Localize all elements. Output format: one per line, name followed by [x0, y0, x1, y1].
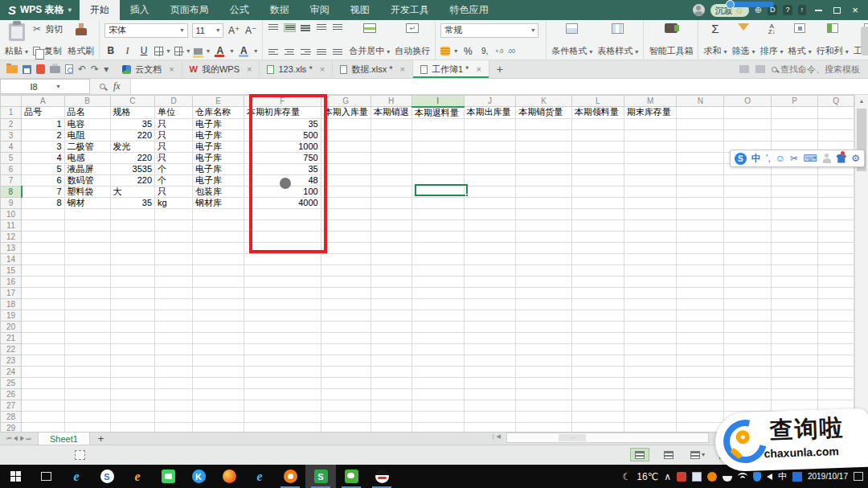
- cell-G4[interactable]: [321, 141, 371, 152]
- cell-M23[interactable]: [624, 355, 677, 366]
- cell-P3[interactable]: [772, 129, 818, 141]
- cell-I4[interactable]: [411, 141, 464, 152]
- row-header-20[interactable]: 20: [1, 321, 22, 332]
- cell-C20[interactable]: [110, 321, 155, 332]
- cell-B17[interactable]: [64, 287, 110, 298]
- cell-C15[interactable]: [110, 265, 155, 276]
- cell-N18[interactable]: [677, 298, 724, 310]
- cell-H18[interactable]: [371, 298, 411, 310]
- cell-G2[interactable]: [321, 118, 371, 129]
- cell-N5[interactable]: [677, 152, 724, 163]
- cell-O22[interactable]: [724, 343, 772, 355]
- row-header-9[interactable]: 9: [1, 197, 22, 208]
- cell-H5[interactable]: [371, 152, 411, 163]
- cell-A27[interactable]: [22, 400, 64, 411]
- cell-A4[interactable]: 3: [22, 141, 64, 152]
- cell-M14[interactable]: [624, 253, 677, 265]
- cell-G15[interactable]: [321, 265, 371, 276]
- cell-A15[interactable]: [22, 265, 64, 276]
- cell-Q15[interactable]: [818, 265, 854, 276]
- doc-tab-4[interactable]: 数据.xlsx *×: [333, 60, 413, 78]
- cell-I14[interactable]: [411, 253, 464, 265]
- cell-L12[interactable]: [571, 231, 624, 242]
- cell-B9[interactable]: 钢材: [64, 197, 110, 208]
- fx-icon[interactable]: fx: [113, 80, 121, 92]
- row-header-7[interactable]: 7: [1, 174, 22, 186]
- cell-I24[interactable]: [411, 366, 464, 377]
- cell-G11[interactable]: [321, 219, 371, 231]
- cell-K13[interactable]: [516, 242, 572, 253]
- row-header-3[interactable]: 3: [1, 129, 22, 141]
- cell-Q26[interactable]: [818, 388, 854, 400]
- cell-G21[interactable]: [321, 332, 371, 343]
- cell-N13[interactable]: [677, 242, 724, 253]
- cell-E26[interactable]: [192, 388, 244, 400]
- cell-E2[interactable]: 电子库: [192, 118, 244, 129]
- cell-A19[interactable]: [22, 310, 64, 321]
- cell-J14[interactable]: [464, 253, 516, 265]
- close-tab-icon[interactable]: ×: [399, 64, 404, 74]
- cell-I28[interactable]: [411, 411, 464, 422]
- cell-M9[interactable]: [624, 197, 677, 208]
- close-tab-icon[interactable]: ×: [169, 64, 174, 74]
- cell-M21[interactable]: [624, 332, 677, 343]
- decrease-indent-button[interactable]: [316, 23, 328, 32]
- cell-E4[interactable]: 电子库: [192, 141, 244, 152]
- cell-G12[interactable]: [321, 231, 371, 242]
- cell-O23[interactable]: [724, 355, 772, 366]
- cell-J1[interactable]: 本期出库量: [464, 107, 516, 119]
- cell-J9[interactable]: [464, 197, 516, 208]
- merge-center-button[interactable]: 合并居中 ▾: [349, 23, 390, 57]
- cell-D6[interactable]: 个: [155, 163, 193, 174]
- browser-e-taskbar-button[interactable]: e: [244, 465, 275, 488]
- cell-E5[interactable]: 电子库: [192, 152, 244, 163]
- cell-D11[interactable]: [155, 219, 193, 231]
- export-pdf-icon[interactable]: [36, 64, 45, 74]
- cell-L25[interactable]: [571, 377, 624, 388]
- row-header-25[interactable]: 25: [1, 377, 22, 388]
- page-layout-view-button[interactable]: [659, 448, 678, 461]
- ie-browser-taskbar-button[interactable]: e: [61, 465, 92, 488]
- cell-K9[interactable]: [516, 197, 572, 208]
- cell-K19[interactable]: [516, 310, 572, 321]
- cell-N22[interactable]: [677, 343, 724, 355]
- cell-K25[interactable]: [516, 377, 572, 388]
- scroll-up-icon[interactable]: ▲: [855, 95, 868, 107]
- sheet-nav-arrows[interactable]: ⏮ ◀ ▶ ⏭: [0, 433, 38, 445]
- cell-A11[interactable]: [22, 219, 64, 231]
- cell-Q21[interactable]: [818, 332, 854, 343]
- cell-C26[interactable]: [110, 388, 155, 400]
- new-document-tab-button[interactable]: +: [489, 60, 510, 78]
- app-logo[interactable]: S WPS 表格 ▾: [0, 0, 80, 20]
- cell-P22[interactable]: [772, 343, 818, 355]
- cell-Q22[interactable]: [818, 343, 854, 355]
- cell-J5[interactable]: [464, 152, 516, 163]
- align-right-button[interactable]: [300, 48, 312, 57]
- cell-E17[interactable]: [192, 287, 244, 298]
- cell-C11[interactable]: [110, 219, 155, 231]
- cell-F27[interactable]: [244, 400, 321, 411]
- cell-A13[interactable]: [22, 242, 64, 253]
- notification-center-icon[interactable]: [854, 472, 863, 481]
- column-header-E[interactable]: E: [192, 96, 244, 107]
- chevron-up-icon[interactable]: ∧: [664, 471, 671, 482]
- cell-F21[interactable]: [244, 332, 321, 343]
- cell-O25[interactable]: [724, 377, 772, 388]
- cell-O21[interactable]: [724, 332, 772, 343]
- cell-B7[interactable]: 数码管: [64, 174, 110, 186]
- cell-I26[interactable]: [411, 388, 464, 400]
- cell-N16[interactable]: [677, 276, 724, 287]
- cell-I10[interactable]: [411, 208, 464, 219]
- cell-J21[interactable]: [464, 332, 516, 343]
- cell-G14[interactable]: [321, 253, 371, 265]
- cell-G16[interactable]: [321, 276, 371, 287]
- cell-F23[interactable]: [244, 355, 321, 366]
- cell-H14[interactable]: [371, 253, 411, 265]
- cell-H21[interactable]: [371, 332, 411, 343]
- draw-border-button[interactable]: [174, 47, 183, 55]
- cell-N27[interactable]: [677, 400, 724, 411]
- cell-D26[interactable]: [155, 388, 193, 400]
- cell-H13[interactable]: [371, 242, 411, 253]
- sogou-fox-taskbar-button[interactable]: [275, 465, 305, 488]
- cell-C12[interactable]: [110, 231, 155, 242]
